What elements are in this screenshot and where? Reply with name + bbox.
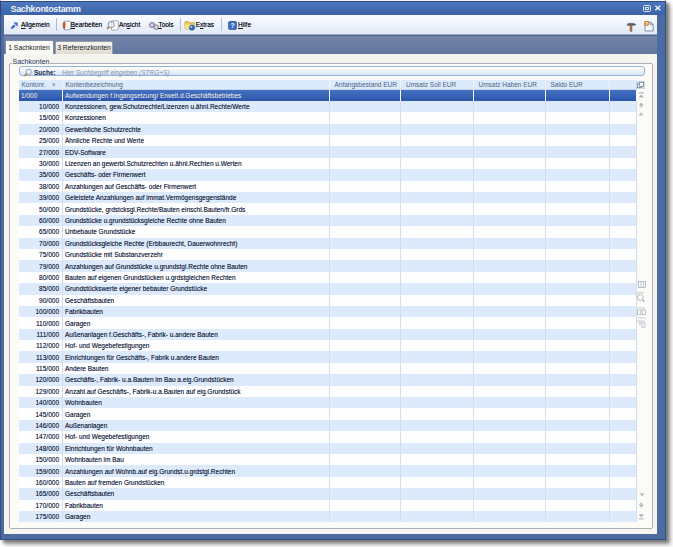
svg-text:?: ? <box>230 22 234 29</box>
svg-text:?: ? <box>645 21 648 26</box>
